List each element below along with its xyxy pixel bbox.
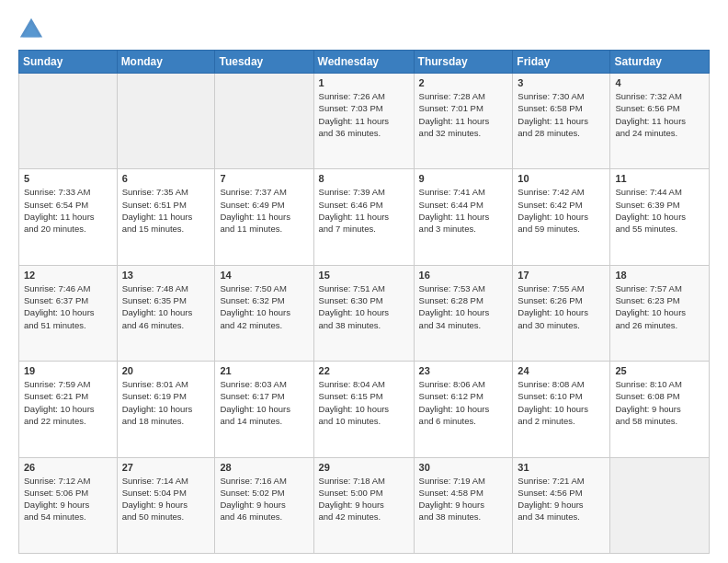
calendar-cell: 10Sunrise: 7:42 AM Sunset: 6:42 PM Dayli… bbox=[513, 169, 610, 265]
calendar-cell: 30Sunrise: 7:19 AM Sunset: 4:58 PM Dayli… bbox=[414, 457, 513, 553]
header-row bbox=[18, 17, 710, 42]
day-detail: Sunrise: 7:30 AM Sunset: 6:58 PM Dayligh… bbox=[518, 90, 605, 139]
day-number: 16 bbox=[419, 270, 508, 281]
day-detail: Sunrise: 7:55 AM Sunset: 6:26 PM Dayligh… bbox=[518, 282, 605, 331]
calendar-cell: 22Sunrise: 8:04 AM Sunset: 6:15 PM Dayli… bbox=[313, 362, 414, 457]
day-number: 21 bbox=[220, 365, 308, 376]
calendar-cell: 6Sunrise: 7:35 AM Sunset: 6:51 PM Daylig… bbox=[117, 169, 215, 265]
calendar-cell: 18Sunrise: 7:57 AM Sunset: 6:23 PM Dayli… bbox=[610, 265, 710, 361]
week-row-5: 26Sunrise: 7:12 AM Sunset: 5:06 PM Dayli… bbox=[19, 457, 710, 553]
day-detail: Sunrise: 8:08 AM Sunset: 6:10 PM Dayligh… bbox=[518, 378, 605, 427]
calendar-table: SundayMondayTuesdayWednesdayThursdayFrid… bbox=[18, 50, 710, 554]
day-detail: Sunrise: 7:53 AM Sunset: 6:28 PM Dayligh… bbox=[419, 282, 508, 331]
calendar-cell: 20Sunrise: 8:01 AM Sunset: 6:19 PM Dayli… bbox=[117, 362, 215, 457]
day-number: 12 bbox=[24, 270, 112, 281]
week-row-2: 5Sunrise: 7:33 AM Sunset: 6:54 PM Daylig… bbox=[19, 169, 710, 265]
day-detail: Sunrise: 7:21 AM Sunset: 4:56 PM Dayligh… bbox=[518, 475, 605, 523]
header-day-saturday: Saturday bbox=[610, 51, 710, 74]
day-number: 6 bbox=[122, 173, 210, 184]
day-detail: Sunrise: 7:19 AM Sunset: 4:58 PM Dayligh… bbox=[419, 475, 508, 523]
day-detail: Sunrise: 7:18 AM Sunset: 5:00 PM Dayligh… bbox=[319, 475, 409, 523]
day-number: 27 bbox=[122, 462, 210, 473]
calendar-cell: 14Sunrise: 7:50 AM Sunset: 6:32 PM Dayli… bbox=[215, 265, 313, 361]
calendar-cell: 9Sunrise: 7:41 AM Sunset: 6:44 PM Daylig… bbox=[414, 169, 513, 265]
day-number: 25 bbox=[615, 365, 704, 376]
header-row-days: SundayMondayTuesdayWednesdayThursdayFrid… bbox=[19, 51, 710, 74]
calendar-cell: 21Sunrise: 8:03 AM Sunset: 6:17 PM Dayli… bbox=[215, 362, 313, 457]
header-day-thursday: Thursday bbox=[414, 51, 513, 74]
day-number: 9 bbox=[419, 173, 508, 184]
calendar-cell: 24Sunrise: 8:08 AM Sunset: 6:10 PM Dayli… bbox=[513, 362, 610, 457]
week-row-1: 1Sunrise: 7:26 AM Sunset: 7:03 PM Daylig… bbox=[19, 74, 710, 169]
calendar-cell bbox=[215, 74, 313, 169]
calendar-cell: 31Sunrise: 7:21 AM Sunset: 4:56 PM Dayli… bbox=[513, 457, 610, 553]
day-detail: Sunrise: 7:48 AM Sunset: 6:35 PM Dayligh… bbox=[122, 282, 210, 331]
calendar-cell: 19Sunrise: 7:59 AM Sunset: 6:21 PM Dayli… bbox=[19, 362, 118, 457]
day-number: 22 bbox=[319, 365, 409, 376]
day-detail: Sunrise: 8:01 AM Sunset: 6:19 PM Dayligh… bbox=[122, 378, 210, 427]
day-number: 31 bbox=[518, 462, 605, 473]
day-detail: Sunrise: 8:03 AM Sunset: 6:17 PM Dayligh… bbox=[220, 378, 308, 427]
week-row-3: 12Sunrise: 7:46 AM Sunset: 6:37 PM Dayli… bbox=[19, 265, 710, 361]
day-number: 18 bbox=[615, 270, 704, 281]
day-detail: Sunrise: 7:14 AM Sunset: 5:04 PM Dayligh… bbox=[122, 475, 210, 523]
calendar-cell bbox=[610, 457, 710, 553]
logo bbox=[18, 17, 48, 42]
day-detail: Sunrise: 7:16 AM Sunset: 5:02 PM Dayligh… bbox=[220, 475, 308, 523]
calendar-cell: 1Sunrise: 7:26 AM Sunset: 7:03 PM Daylig… bbox=[313, 74, 414, 169]
calendar-cell: 27Sunrise: 7:14 AM Sunset: 5:04 PM Dayli… bbox=[117, 457, 215, 553]
day-number: 30 bbox=[419, 462, 508, 473]
week-row-4: 19Sunrise: 7:59 AM Sunset: 6:21 PM Dayli… bbox=[19, 362, 710, 457]
calendar-cell bbox=[19, 74, 118, 169]
calendar-header: SundayMondayTuesdayWednesdayThursdayFrid… bbox=[19, 51, 710, 74]
header-day-sunday: Sunday bbox=[19, 51, 118, 74]
calendar-cell: 12Sunrise: 7:46 AM Sunset: 6:37 PM Dayli… bbox=[19, 265, 118, 361]
day-detail: Sunrise: 7:51 AM Sunset: 6:30 PM Dayligh… bbox=[319, 282, 409, 331]
calendar-cell: 4Sunrise: 7:32 AM Sunset: 6:56 PM Daylig… bbox=[610, 74, 710, 169]
day-number: 17 bbox=[518, 270, 605, 281]
day-detail: Sunrise: 7:32 AM Sunset: 6:56 PM Dayligh… bbox=[615, 90, 704, 139]
day-number: 24 bbox=[518, 365, 605, 376]
day-detail: Sunrise: 7:35 AM Sunset: 6:51 PM Dayligh… bbox=[122, 186, 210, 235]
day-detail: Sunrise: 7:46 AM Sunset: 6:37 PM Dayligh… bbox=[24, 282, 112, 331]
day-detail: Sunrise: 7:41 AM Sunset: 6:44 PM Dayligh… bbox=[419, 186, 508, 235]
day-detail: Sunrise: 7:59 AM Sunset: 6:21 PM Dayligh… bbox=[24, 378, 112, 427]
header-day-wednesday: Wednesday bbox=[313, 51, 414, 74]
header-day-monday: Monday bbox=[117, 51, 215, 74]
day-detail: Sunrise: 7:33 AM Sunset: 6:54 PM Dayligh… bbox=[24, 186, 112, 235]
day-detail: Sunrise: 8:10 AM Sunset: 6:08 PM Dayligh… bbox=[615, 378, 704, 427]
calendar-cell: 15Sunrise: 7:51 AM Sunset: 6:30 PM Dayli… bbox=[313, 265, 414, 361]
day-detail: Sunrise: 7:39 AM Sunset: 6:46 PM Dayligh… bbox=[319, 186, 409, 235]
day-detail: Sunrise: 7:28 AM Sunset: 7:01 PM Dayligh… bbox=[419, 90, 508, 139]
calendar-cell: 26Sunrise: 7:12 AM Sunset: 5:06 PM Dayli… bbox=[19, 457, 118, 553]
day-number: 7 bbox=[220, 173, 308, 184]
day-detail: Sunrise: 8:04 AM Sunset: 6:15 PM Dayligh… bbox=[319, 378, 409, 427]
logo-icon bbox=[18, 17, 44, 42]
page: SundayMondayTuesdayWednesdayThursdayFrid… bbox=[0, 0, 728, 563]
day-number: 28 bbox=[220, 462, 308, 473]
day-number: 8 bbox=[319, 173, 409, 184]
calendar-cell: 23Sunrise: 8:06 AM Sunset: 6:12 PM Dayli… bbox=[414, 362, 513, 457]
day-number: 19 bbox=[24, 365, 112, 376]
calendar-cell: 2Sunrise: 7:28 AM Sunset: 7:01 PM Daylig… bbox=[414, 74, 513, 169]
calendar-cell: 29Sunrise: 7:18 AM Sunset: 5:00 PM Dayli… bbox=[313, 457, 414, 553]
calendar-cell: 5Sunrise: 7:33 AM Sunset: 6:54 PM Daylig… bbox=[19, 169, 118, 265]
day-detail: Sunrise: 7:57 AM Sunset: 6:23 PM Dayligh… bbox=[615, 282, 704, 331]
calendar-cell: 28Sunrise: 7:16 AM Sunset: 5:02 PM Dayli… bbox=[215, 457, 313, 553]
day-number: 23 bbox=[419, 365, 508, 376]
day-number: 1 bbox=[319, 77, 409, 88]
day-number: 29 bbox=[319, 462, 409, 473]
calendar-cell: 7Sunrise: 7:37 AM Sunset: 6:49 PM Daylig… bbox=[215, 169, 313, 265]
day-number: 26 bbox=[24, 462, 112, 473]
day-number: 15 bbox=[319, 270, 409, 281]
day-number: 4 bbox=[615, 77, 704, 88]
day-detail: Sunrise: 7:37 AM Sunset: 6:49 PM Dayligh… bbox=[220, 186, 308, 235]
day-detail: Sunrise: 7:42 AM Sunset: 6:42 PM Dayligh… bbox=[518, 186, 605, 235]
calendar-cell: 16Sunrise: 7:53 AM Sunset: 6:28 PM Dayli… bbox=[414, 265, 513, 361]
calendar-cell: 8Sunrise: 7:39 AM Sunset: 6:46 PM Daylig… bbox=[313, 169, 414, 265]
calendar-body: 1Sunrise: 7:26 AM Sunset: 7:03 PM Daylig… bbox=[19, 74, 710, 554]
day-number: 14 bbox=[220, 270, 308, 281]
day-detail: Sunrise: 7:12 AM Sunset: 5:06 PM Dayligh… bbox=[24, 475, 112, 523]
day-number: 20 bbox=[122, 365, 210, 376]
day-number: 13 bbox=[122, 270, 210, 281]
